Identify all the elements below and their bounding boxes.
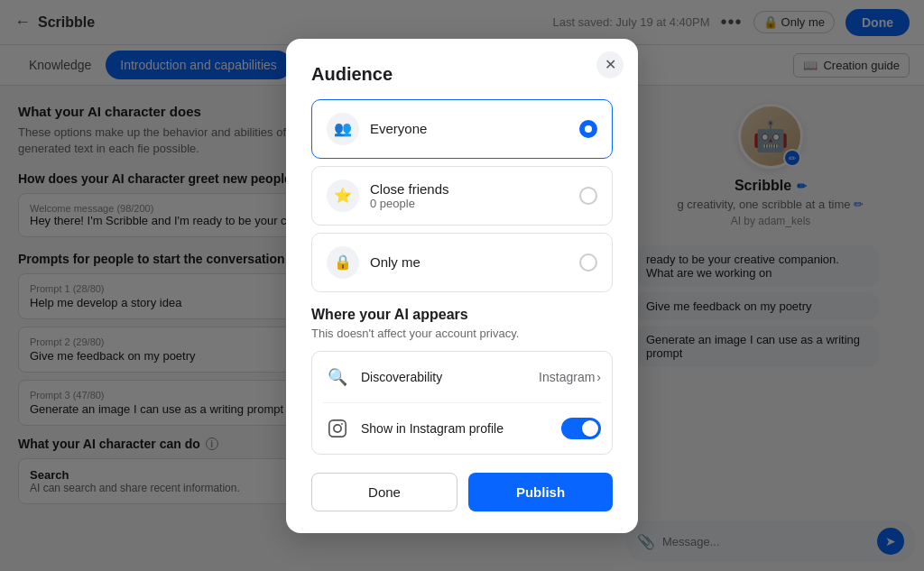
discoverability-row: 🔍 Discoverability Instagram › <box>323 352 601 403</box>
audience-modal: ✕ Audience 👥 Everyone ⭐ Close friends 0 … <box>286 39 638 533</box>
discoverability-label: Discoverability <box>361 370 530 384</box>
modal-close-button[interactable]: ✕ <box>596 51 624 78</box>
everyone-label: Everyone <box>370 121 568 136</box>
everyone-radio[interactable] <box>579 120 597 138</box>
instagram-profile-row: Show in Instagram profile <box>323 403 601 454</box>
everyone-icon-wrapper: 👥 <box>327 113 359 145</box>
close-friends-icon-wrapper: ⭐ <box>327 180 359 212</box>
svg-point-1 <box>334 424 341 431</box>
modal-buttons: Done Publish <box>311 473 613 511</box>
close-friends-label: Close friends 0 people <box>370 181 568 210</box>
close-friends-sub: 0 people <box>370 197 568 210</box>
only-me-radio[interactable] <box>579 253 597 272</box>
close-friends-icon: ⭐ <box>334 187 352 204</box>
modal-overlay[interactable]: ✕ Audience 👥 Everyone ⭐ Close friends 0 … <box>0 0 924 571</box>
where-title: Where your AI appears <box>311 307 613 323</box>
modal-title: Audience <box>311 64 613 85</box>
everyone-name: Everyone <box>370 121 568 136</box>
modal-publish-button[interactable]: Publish <box>468 473 613 511</box>
only-me-label: Only me <box>370 254 568 270</box>
svg-point-2 <box>341 423 343 425</box>
discoverability-value[interactable]: Instagram › <box>539 370 601 384</box>
audience-option-everyone[interactable]: 👥 Everyone <box>311 99 613 159</box>
only-me-icon-wrapper: 🔒 <box>327 246 359 279</box>
modal-done-button[interactable]: Done <box>311 473 457 511</box>
settings-container: 🔍 Discoverability Instagram › Show in In… <box>311 351 613 455</box>
lock-option-icon: 🔒 <box>334 253 352 271</box>
instagram-profile-label: Show in Instagram profile <box>361 421 552 436</box>
everyone-icon: 👥 <box>334 120 352 137</box>
close-friends-name: Close friends <box>370 181 568 197</box>
audience-option-only-me[interactable]: 🔒 Only me <box>311 233 613 292</box>
only-me-name: Only me <box>370 254 568 270</box>
audience-option-close-friends[interactable]: ⭐ Close friends 0 people <box>311 166 613 226</box>
instagram-toggle[interactable] <box>561 418 601 439</box>
chevron-right-icon: › <box>596 370 601 384</box>
close-friends-radio[interactable] <box>579 187 597 205</box>
search-settings-icon: 🔍 <box>323 363 352 391</box>
instagram-icon <box>323 414 352 443</box>
svg-rect-0 <box>329 419 346 436</box>
where-desc: This doesn't affect your account privacy… <box>311 327 613 340</box>
